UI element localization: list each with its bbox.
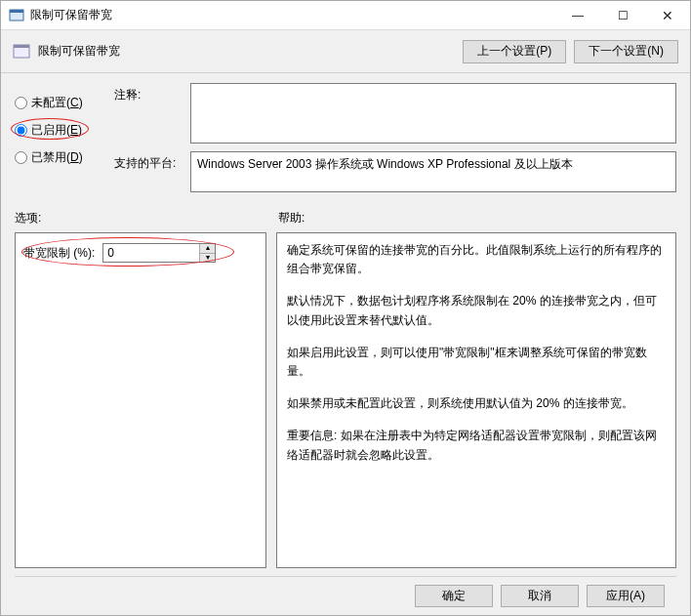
dialog-footer: 确定 取消 应用(A): [15, 576, 676, 615]
subheader: 限制可保留带宽 上一个设置(P) 下一个设置(N): [1, 30, 690, 73]
help-paragraph: 确定系统可保留的连接带宽的百分比。此值限制系统上运行的所有程序的组合带宽保留。: [287, 241, 666, 278]
ok-button[interactable]: 确定: [415, 585, 493, 607]
radio-enabled[interactable]: 已启用(E): [15, 116, 102, 144]
maximize-button[interactable]: ☐: [600, 1, 645, 30]
state-radio-group: 未配置(C) 已启用(E) 已禁用(D): [15, 83, 102, 192]
help-paragraph: 如果禁用或未配置此设置，则系统使用默认值为 20% 的连接带宽。: [287, 394, 666, 413]
radio-label: 已禁用(D): [31, 149, 83, 166]
previous-setting-button[interactable]: 上一个设置(P): [463, 40, 566, 63]
help-paragraph: 重要信息: 如果在注册表中为特定网络适配器设置带宽限制，则配置该网络适配器时就会…: [287, 427, 666, 464]
supported-platforms-box: Windows Server 2003 操作系统或 Windows XP Pro…: [190, 151, 676, 192]
close-button[interactable]: ✕: [645, 1, 690, 30]
next-setting-button[interactable]: 下一个设置(N): [574, 40, 678, 63]
dialog-window: 限制可保留带宽 — ☐ ✕ 限制可保留带宽 上一个设置(P) 下一个设置(N) …: [0, 0, 691, 616]
help-panel: 确定系统可保留的连接带宽的百分比。此值限制系统上运行的所有程序的组合带宽保留。 …: [276, 232, 676, 568]
radio-not-configured-input[interactable]: [15, 97, 27, 109]
help-label: 帮助:: [278, 210, 305, 226]
radio-not-configured[interactable]: 未配置(C): [15, 89, 102, 116]
bandwidth-limit-spinner[interactable]: ▲ ▼: [102, 243, 216, 263]
help-paragraph: 如果启用此设置，则可以使用"带宽限制"框来调整系统可保留的带宽数量。: [287, 344, 666, 381]
comment-textarea[interactable]: [190, 83, 676, 144]
spin-up-button[interactable]: ▲: [200, 244, 215, 254]
minimize-button[interactable]: —: [555, 1, 600, 30]
bandwidth-limit-label: 带宽限制 (%):: [23, 245, 95, 262]
window-title: 限制可保留带宽: [30, 7, 112, 23]
platform-text: Windows Server 2003 操作系统或 Windows XP Pro…: [197, 157, 573, 171]
app-icon: [9, 8, 24, 23]
spin-down-button[interactable]: ▼: [200, 254, 215, 263]
comment-label: 注释:: [114, 83, 181, 144]
help-paragraph: 默认情况下，数据包计划程序将系统限制在 20% 的连接带宽之内，但可以使用此设置…: [287, 292, 666, 329]
radio-disabled[interactable]: 已禁用(D): [15, 144, 102, 171]
apply-button[interactable]: 应用(A): [587, 585, 665, 607]
svg-rect-1: [10, 10, 23, 13]
radio-enabled-input[interactable]: [15, 124, 27, 137]
options-panel: 带宽限制 (%): ▲ ▼: [15, 232, 266, 568]
radio-label: 未配置(C): [31, 95, 83, 111]
policy-icon: [13, 43, 30, 61]
bandwidth-limit-input[interactable]: [103, 244, 199, 262]
options-label: 选项:: [15, 210, 278, 226]
radio-disabled-input[interactable]: [15, 151, 27, 164]
cancel-button[interactable]: 取消: [501, 585, 579, 607]
platform-label: 支持的平台:: [114, 151, 181, 192]
policy-title: 限制可保留带宽: [38, 43, 120, 60]
svg-rect-3: [14, 45, 29, 48]
radio-label: 已启用(E): [31, 122, 82, 139]
titlebar: 限制可保留带宽 — ☐ ✕: [1, 1, 690, 30]
dialog-body: 未配置(C) 已启用(E) 已禁用(D) 注释: 支持的平: [1, 73, 690, 615]
